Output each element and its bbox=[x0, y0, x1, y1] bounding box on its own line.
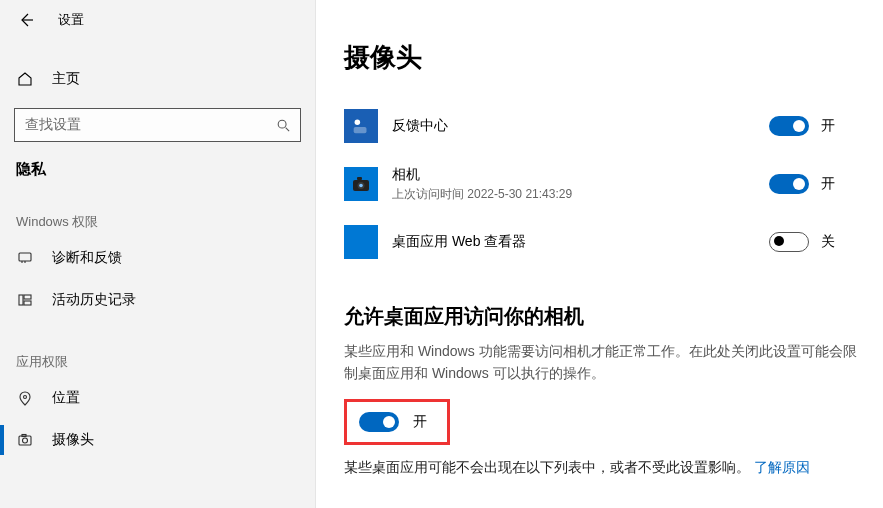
nav-location-label: 位置 bbox=[52, 389, 80, 407]
svg-point-5 bbox=[24, 396, 27, 399]
nav-activity-label: 活动历史记录 bbox=[52, 291, 136, 309]
nav-diagnostics-label: 诊断和反馈 bbox=[52, 249, 122, 267]
window-title: 设置 bbox=[58, 11, 84, 29]
location-icon bbox=[16, 389, 34, 407]
toggle-allow-desktop-apps[interactable] bbox=[359, 412, 399, 432]
app-icon-feedback-hub bbox=[344, 109, 378, 143]
svg-rect-6 bbox=[19, 436, 31, 445]
toggle-label: 开 bbox=[821, 117, 835, 135]
search-placeholder: 查找设置 bbox=[25, 116, 276, 134]
camera-icon bbox=[16, 431, 34, 449]
page-title: 摄像头 bbox=[344, 40, 859, 75]
toggle-desktop-web-viewer[interactable] bbox=[769, 232, 809, 252]
sidebar-group-windows-permissions: Windows 权限 bbox=[0, 181, 315, 237]
section-allow-desktop-apps-title: 允许桌面应用访问你的相机 bbox=[344, 303, 859, 330]
svg-rect-1 bbox=[19, 253, 31, 261]
svg-point-0 bbox=[278, 120, 286, 128]
svg-point-7 bbox=[23, 438, 28, 443]
sidebar: 设置 主页 查找设置 隐私 Windows 权限 诊断和反馈 bbox=[0, 0, 316, 508]
app-name: 相机 bbox=[392, 166, 755, 184]
svg-point-13 bbox=[359, 184, 363, 188]
search-icon bbox=[276, 118, 290, 132]
toggle-label: 开 bbox=[413, 413, 427, 431]
app-name: 桌面应用 Web 查看器 bbox=[392, 233, 755, 251]
toggle-camera-app[interactable] bbox=[769, 174, 809, 194]
toggle-label: 开 bbox=[821, 175, 835, 193]
learn-more-link[interactable]: 了解原因 bbox=[754, 459, 810, 475]
sidebar-group-app-permissions: 应用权限 bbox=[0, 321, 315, 377]
section-allow-desktop-apps-desc: 某些应用和 Windows 功能需要访问相机才能正常工作。在此处关闭此设置可能会… bbox=[344, 340, 859, 385]
home-icon bbox=[16, 70, 34, 88]
app-icon-camera bbox=[344, 167, 378, 201]
svg-rect-10 bbox=[354, 127, 367, 133]
app-row-feedback-hub: 反馈中心 开 bbox=[344, 97, 859, 155]
nav-home-label: 主页 bbox=[52, 70, 80, 88]
app-row-camera: 相机 上次访问时间 2022-5-30 21:43:29 开 bbox=[344, 155, 859, 213]
nav-camera[interactable]: 摄像头 bbox=[0, 419, 315, 461]
svg-point-9 bbox=[355, 120, 361, 126]
titlebar: 设置 bbox=[0, 0, 315, 40]
main-content: 摄像头 反馈中心 开 相机 上次访问时间 2022-5-30 21:43:29 bbox=[316, 0, 883, 508]
note-line: 某些桌面应用可能不会出现在以下列表中，或者不受此设置影响。 了解原因 bbox=[344, 459, 859, 477]
svg-rect-2 bbox=[19, 295, 23, 305]
svg-rect-4 bbox=[24, 301, 31, 305]
toggle-feedback-hub[interactable] bbox=[769, 116, 809, 136]
nav-camera-label: 摄像头 bbox=[52, 431, 94, 449]
history-icon bbox=[16, 291, 34, 309]
app-icon-desktop-web-viewer bbox=[344, 225, 378, 259]
toggle-label: 关 bbox=[821, 233, 835, 251]
nav-home[interactable]: 主页 bbox=[0, 58, 315, 100]
svg-rect-3 bbox=[24, 295, 31, 299]
svg-rect-14 bbox=[357, 177, 362, 180]
search-input[interactable]: 查找设置 bbox=[14, 108, 301, 142]
nav-diagnostics[interactable]: 诊断和反馈 bbox=[0, 237, 315, 279]
app-last-access: 上次访问时间 2022-5-30 21:43:29 bbox=[392, 186, 755, 203]
back-button[interactable] bbox=[16, 10, 36, 30]
feedback-icon bbox=[16, 249, 34, 267]
highlighted-desktop-toggle: 开 bbox=[344, 399, 450, 445]
nav-location[interactable]: 位置 bbox=[0, 377, 315, 419]
nav-activity-history[interactable]: 活动历史记录 bbox=[0, 279, 315, 321]
note-text: 某些桌面应用可能不会出现在以下列表中，或者不受此设置影响。 bbox=[344, 459, 754, 475]
app-row-desktop-web-viewer: 桌面应用 Web 查看器 关 bbox=[344, 213, 859, 271]
sidebar-category: 隐私 bbox=[0, 142, 315, 181]
app-name: 反馈中心 bbox=[392, 117, 755, 135]
